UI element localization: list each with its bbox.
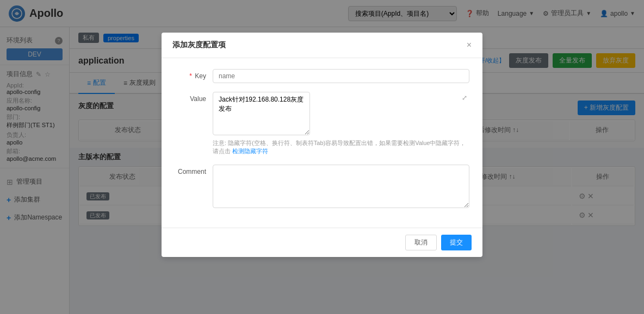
modal-close-button[interactable]: × (467, 41, 472, 49)
modal-title: 添加灰度配置项 (172, 40, 226, 50)
value-textarea-wrapper: ⤢ 注意: 隐藏字符(空格、换行符、制表符Tab)容易导致配置出错，如果需要检测… (213, 92, 469, 156)
comment-label: Comment (175, 165, 213, 175)
modal-overlay: 添加灰度配置项 × * Key Value ⤢ (0, 0, 644, 314)
comment-input[interactable] (213, 165, 469, 208)
key-required-marker: * (189, 72, 192, 80)
comment-form-row: Comment (175, 165, 469, 208)
key-input[interactable] (213, 69, 469, 83)
value-hint: 注意: 隐藏字符(空格、换行符、制表符Tab)容易导致配置出错，如果需要检测Va… (213, 139, 469, 156)
key-form-row: * Key (175, 69, 469, 83)
value-input[interactable] (213, 92, 310, 135)
cancel-button[interactable]: 取消 (405, 235, 437, 250)
modal-header: 添加灰度配置项 × (162, 33, 482, 58)
submit-button[interactable]: 提交 (441, 235, 472, 250)
modal-footer: 取消 提交 (162, 228, 482, 257)
expand-icon[interactable]: ⤢ (462, 94, 467, 102)
key-label: * Key (175, 69, 213, 80)
value-label: Value (175, 92, 213, 103)
add-gray-config-modal: 添加灰度配置项 × * Key Value ⤢ (162, 33, 482, 257)
modal-body: * Key Value ⤢ 注意: 隐藏字符(空格、换行符、制表符Tab)容易导… (162, 58, 482, 228)
detect-hidden-chars-link[interactable]: 检测隐藏字符 (232, 148, 268, 154)
value-form-row: Value ⤢ 注意: 隐藏字符(空格、换行符、制表符Tab)容易导致配置出错，… (175, 92, 469, 156)
